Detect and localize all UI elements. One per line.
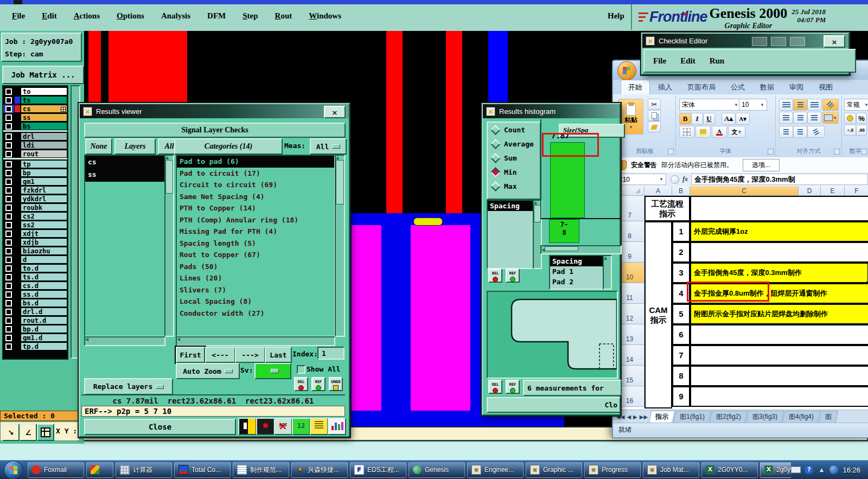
layer-color-chip[interactable]: [14, 256, 21, 264]
formula-input[interactable]: 金手指倒角45度，深度0.3mm制: [691, 174, 868, 185]
ribbon-tab-公式[interactable]: 公式: [724, 80, 752, 94]
align-right-icon[interactable]: [807, 112, 821, 124]
layer-checkbox[interactable]: [3, 264, 14, 272]
layer-name[interactable]: to: [21, 87, 67, 95]
taskbar-item-Graphic ...[interactable]: ×Graphic ...: [526, 462, 582, 478]
undo-button[interactable]: UNDO: [329, 377, 343, 391]
dialog-launcher-icon[interactable]: [768, 149, 774, 155]
filter-none[interactable]: None: [85, 138, 112, 155]
decrease-decimal-icon[interactable]: .00: [856, 125, 867, 136]
categories-button[interactable]: Categories (14): [174, 138, 283, 155]
next-button[interactable]: --->: [235, 347, 265, 363]
align-left-icon[interactable]: [779, 112, 793, 124]
menu-file[interactable]: File: [11, 11, 26, 21]
shrink-font-button[interactable]: A▾: [736, 113, 750, 125]
series-item[interactable]: Spacing: [488, 201, 533, 211]
cell-b13[interactable]: 6: [672, 324, 690, 345]
cell-b14[interactable]: 7: [672, 345, 690, 366]
menu-rout[interactable]: Rout: [274, 11, 293, 21]
category-item[interactable]: Spacing length (5): [177, 238, 334, 250]
category-item[interactable]: Pads (50): [177, 261, 334, 273]
cell-cam-header[interactable]: CAM 指示: [644, 221, 672, 408]
category-item[interactable]: Circuit to circuit (69): [177, 179, 334, 191]
diagonal-measure-icon[interactable]: ↘: [2, 424, 20, 441]
options-button[interactable]: 选项...: [743, 159, 780, 171]
layer-color-chip[interactable]: [14, 316, 21, 324]
category-item[interactable]: Pad to circuit (17): [177, 168, 334, 180]
cell-c15[interactable]: [690, 366, 868, 386]
fill-color-button[interactable]: [695, 126, 711, 138]
layer-checkbox[interactable]: [3, 273, 14, 281]
taskbar-item-EDS工程...[interactable]: FEDS工程...: [350, 462, 406, 478]
layer-color-chip[interactable]: [14, 221, 21, 229]
replace-layers-dropdown[interactable]: Replace layers: [84, 378, 173, 395]
wrap-text-icon[interactable]: [807, 126, 825, 138]
category-hscroll[interactable]: ◀: [176, 336, 335, 346]
last-button[interactable]: Last: [265, 347, 292, 363]
layer-checkbox[interactable]: [3, 195, 14, 203]
menu-dfm[interactable]: DFM: [206, 11, 227, 21]
first-button[interactable]: First: [176, 347, 205, 363]
layer-color-chip[interactable]: [14, 247, 21, 255]
layer-name[interactable]: cs: [21, 105, 67, 113]
layer-color-chip[interactable]: [14, 122, 21, 130]
del-button[interactable]: DEL: [488, 380, 502, 394]
increase-decimal-icon[interactable]: +.0: [844, 125, 856, 136]
layer-color-chip[interactable]: [14, 334, 21, 342]
layer-color-chip[interactable]: [14, 264, 21, 272]
keyboard-icon[interactable]: [791, 467, 801, 473]
layer-color-chip[interactable]: [14, 186, 21, 194]
ribbon-tab-数据[interactable]: 数据: [753, 80, 781, 94]
menu-help[interactable]: Help: [607, 11, 626, 21]
help-icon[interactable]: ?: [805, 465, 813, 474]
font-size-select[interactable]: 10▼: [739, 99, 767, 111]
copy-icon[interactable]: [648, 110, 661, 121]
cell-a7-process-header[interactable]: 工艺流程 指示: [644, 196, 690, 221]
dialog-launcher-icon[interactable]: [668, 149, 674, 155]
layer-checkbox[interactable]: [3, 141, 14, 149]
cell-b15[interactable]: 8: [672, 366, 690, 386]
layer-checkbox[interactable]: [3, 203, 14, 212]
category-item[interactable]: Rout to Copper (67): [177, 249, 334, 261]
del-button[interactable]: DEL: [488, 269, 502, 283]
layer-checkbox[interactable]: [3, 132, 14, 140]
stat-count[interactable]: Count: [488, 123, 540, 137]
layer-name[interactable]: d: [21, 256, 67, 264]
measure-item[interactable]: Pad 2: [550, 277, 603, 287]
layer-name[interactable]: bp: [21, 169, 67, 177]
layer-checkbox[interactable]: [3, 290, 14, 298]
layer-checkbox[interactable]: [3, 299, 14, 307]
layer-name[interactable]: drl.d: [21, 308, 67, 316]
layer-name[interactable]: gm1.d: [21, 334, 67, 342]
layer-name[interactable]: biaozhu: [21, 247, 67, 255]
layer-name[interactable]: ss: [21, 113, 67, 122]
prev-button[interactable]: <---: [205, 347, 235, 363]
layer-name[interactable]: drl: [21, 132, 67, 140]
bucket-bar[interactable]: 7- 8: [549, 219, 579, 243]
taskbar-item-2g0yy00...[interactable]: X2g0yy00...: [760, 462, 791, 478]
layer-checkbox[interactable]: [3, 247, 14, 255]
layer-checkbox[interactable]: [3, 342, 14, 350]
measure-scrollbar[interactable]: ▲: [603, 255, 612, 290]
measure-item[interactable]: Spacing: [550, 256, 603, 266]
cell-b9[interactable]: 2: [672, 242, 690, 263]
layer-checkbox[interactable]: [3, 122, 14, 130]
layer-checkbox[interactable]: [3, 316, 14, 324]
layer-color-chip[interactable]: [14, 169, 21, 177]
align-middle-icon[interactable]: [793, 99, 807, 111]
layer-checkbox[interactable]: [3, 238, 14, 246]
sheet-tab-图[interactable]: 图: [819, 411, 839, 423]
cell-c14[interactable]: [690, 345, 868, 366]
align-center-icon[interactable]: [793, 112, 807, 124]
up-arrow-icon[interactable]: ▲: [817, 465, 826, 474]
column-header-F[interactable]: F: [845, 186, 868, 196]
start-button[interactable]: [4, 461, 23, 479]
layer-checkbox[interactable]: [3, 256, 14, 264]
histogram-titlebar[interactable]: Results histogram: [483, 104, 620, 118]
taskbar-item-计算器[interactable]: 计算器: [116, 462, 172, 478]
grow-font-button[interactable]: A▴: [722, 113, 736, 125]
ribbon-tab-开始[interactable]: 开始: [621, 80, 650, 94]
layer-name[interactable]: fzkdrl: [21, 186, 67, 194]
layer-name[interactable]: rout: [21, 150, 67, 158]
filter-layers[interactable]: Layers: [114, 138, 156, 155]
